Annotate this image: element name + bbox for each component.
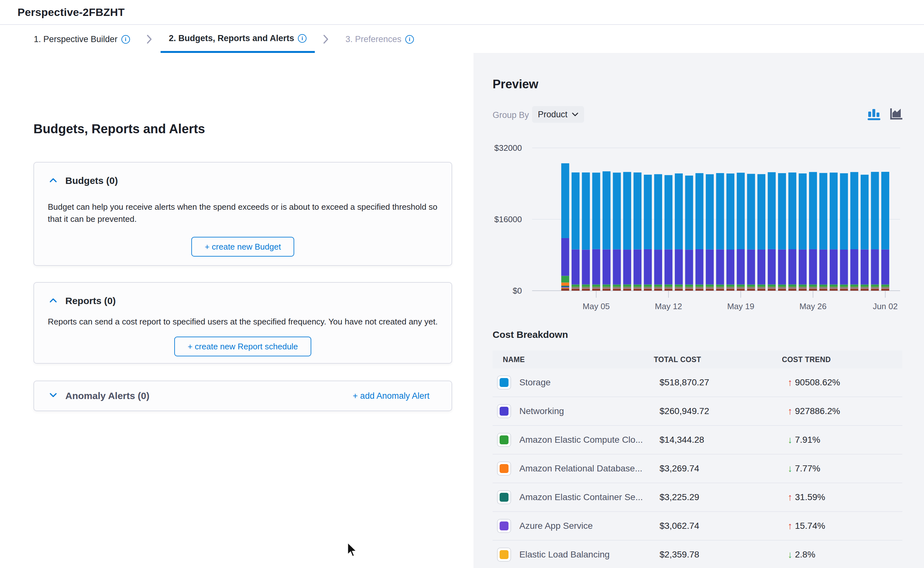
bar-segment[interactable] bbox=[830, 287, 838, 288]
bar-segment[interactable] bbox=[706, 288, 714, 288]
bar-segment[interactable] bbox=[747, 174, 755, 249]
bar-segment[interactable] bbox=[881, 287, 889, 288]
bar-segment[interactable] bbox=[788, 284, 796, 287]
bar-segment[interactable] bbox=[768, 284, 776, 287]
bar-segment[interactable] bbox=[727, 174, 734, 249]
bar-segment[interactable] bbox=[768, 288, 776, 288]
bar-segment[interactable] bbox=[633, 287, 641, 288]
bar-segment[interactable] bbox=[706, 289, 714, 291]
bar-segment[interactable] bbox=[820, 289, 828, 291]
bar-segment[interactable] bbox=[716, 289, 724, 291]
table-row-ecs[interactable]: Amazon Elastic Container Se... $3,225.29… bbox=[493, 483, 902, 512]
bar-segment[interactable] bbox=[644, 289, 652, 289]
bar-segment[interactable] bbox=[603, 284, 610, 287]
bar-segment[interactable] bbox=[716, 285, 724, 287]
bar-segment[interactable] bbox=[592, 173, 600, 249]
bar-segment[interactable] bbox=[840, 289, 848, 291]
bar-segment[interactable] bbox=[850, 289, 858, 291]
bar-segment[interactable] bbox=[706, 174, 714, 249]
bar-segment[interactable] bbox=[809, 172, 817, 249]
bar-segment[interactable] bbox=[592, 249, 600, 285]
bar-segment[interactable] bbox=[799, 287, 807, 288]
bar-segment[interactable] bbox=[799, 289, 807, 289]
bar-segment[interactable] bbox=[633, 249, 641, 285]
bar-segment[interactable] bbox=[675, 289, 683, 291]
bar-segment[interactable] bbox=[582, 289, 590, 289]
bar-segment[interactable] bbox=[737, 284, 745, 287]
bar-segment[interactable] bbox=[603, 289, 610, 291]
bar-segment[interactable] bbox=[820, 289, 828, 289]
bar-segment[interactable] bbox=[778, 249, 786, 285]
bar-segment[interactable] bbox=[768, 172, 776, 249]
bar-segment[interactable] bbox=[716, 288, 724, 289]
bar-segment[interactable] bbox=[757, 289, 765, 291]
bar-segment[interactable] bbox=[685, 249, 693, 284]
bar-segment[interactable] bbox=[861, 287, 868, 288]
bar-segment[interactable] bbox=[809, 287, 817, 288]
bar-segment[interactable] bbox=[633, 285, 641, 287]
bar-segment[interactable] bbox=[696, 288, 704, 289]
bar-segment[interactable] bbox=[881, 285, 889, 287]
area-chart-toggle-icon[interactable] bbox=[889, 106, 903, 122]
bar-segment[interactable] bbox=[592, 287, 600, 288]
bar-segment[interactable] bbox=[603, 289, 610, 289]
bar-segment[interactable] bbox=[737, 289, 745, 291]
info-icon[interactable]: i bbox=[298, 34, 306, 43]
bar-segment[interactable] bbox=[768, 288, 776, 289]
bar-segment[interactable] bbox=[799, 174, 807, 249]
info-icon[interactable]: i bbox=[405, 35, 414, 44]
bar-segment[interactable] bbox=[871, 172, 879, 249]
bar-segment[interactable] bbox=[582, 289, 590, 291]
bar-segment[interactable] bbox=[727, 249, 734, 284]
bar-segment[interactable] bbox=[654, 287, 662, 288]
table-row-rds[interactable]: Amazon Relational Database... $3,269.74 … bbox=[493, 455, 902, 483]
tab-budgets-reports-alerts[interactable]: 2. Budgets, Reports and Alerts i bbox=[161, 26, 315, 53]
bar-segment[interactable] bbox=[644, 287, 652, 288]
bar-segment[interactable] bbox=[850, 288, 858, 288]
bar-segment[interactable] bbox=[850, 249, 858, 284]
bar-segment[interactable] bbox=[737, 249, 745, 284]
bar-segment[interactable] bbox=[685, 289, 693, 289]
bar-segment[interactable] bbox=[861, 288, 868, 288]
bar-segment[interactable] bbox=[571, 172, 580, 249]
bar-segment[interactable] bbox=[675, 249, 683, 284]
bar-segment[interactable] bbox=[768, 287, 776, 288]
bar-segment[interactable] bbox=[871, 287, 879, 288]
bar-segment[interactable] bbox=[561, 238, 569, 276]
bar-segment[interactable] bbox=[799, 288, 807, 288]
bar-segment[interactable] bbox=[613, 285, 621, 287]
bar-segment[interactable] bbox=[582, 249, 590, 284]
bar-segment[interactable] bbox=[820, 173, 828, 249]
bar-segment[interactable] bbox=[644, 175, 652, 249]
bar-segment[interactable] bbox=[881, 172, 889, 249]
bar-segment[interactable] bbox=[592, 288, 600, 288]
bar-segment[interactable] bbox=[685, 176, 693, 249]
bar-segment[interactable] bbox=[665, 284, 672, 287]
bar-segment[interactable] bbox=[788, 249, 796, 284]
bar-segment[interactable] bbox=[696, 249, 704, 285]
bar-segment[interactable] bbox=[706, 289, 714, 289]
bar-segment[interactable] bbox=[582, 287, 590, 288]
bar-segment[interactable] bbox=[757, 249, 765, 285]
bar-segment[interactable] bbox=[613, 287, 621, 288]
bar-segment[interactable] bbox=[696, 288, 704, 288]
bar-segment[interactable] bbox=[633, 288, 641, 288]
bar-segment[interactable] bbox=[799, 289, 807, 291]
bar-segment[interactable] bbox=[561, 289, 569, 291]
bar-segment[interactable] bbox=[603, 288, 610, 288]
bar-segment[interactable] bbox=[685, 287, 693, 288]
bar-segment[interactable] bbox=[623, 288, 631, 288]
bar-segment[interactable] bbox=[778, 287, 786, 288]
bar-segment[interactable] bbox=[665, 289, 672, 291]
bar-segment[interactable] bbox=[623, 172, 631, 249]
bar-segment[interactable] bbox=[809, 249, 817, 285]
bar-segment[interactable] bbox=[830, 284, 838, 287]
bar-segment[interactable] bbox=[644, 288, 652, 288]
bar-segment[interactable] bbox=[582, 284, 590, 287]
bar-segment[interactable] bbox=[757, 288, 765, 288]
bar-segment[interactable] bbox=[665, 175, 672, 249]
bar-segment[interactable] bbox=[809, 289, 817, 291]
bar-segment[interactable] bbox=[571, 288, 580, 288]
bar-segment[interactable] bbox=[696, 173, 704, 249]
bar-segment[interactable] bbox=[685, 289, 693, 291]
